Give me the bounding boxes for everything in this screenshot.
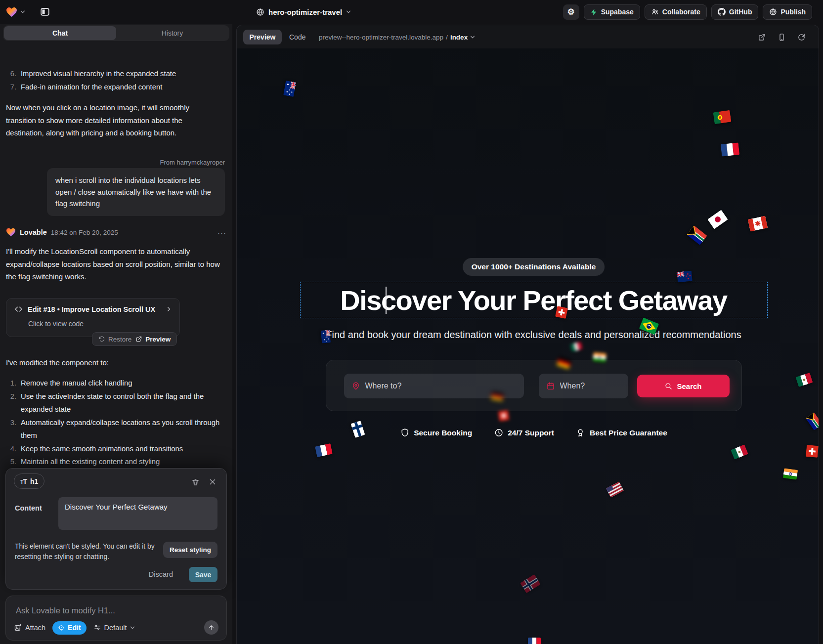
mobile-icon bbox=[778, 33, 786, 42]
supabase-label: Supabase bbox=[601, 8, 634, 16]
close-editor-button[interactable] bbox=[207, 476, 218, 487]
chevron-down-icon[interactable] bbox=[20, 9, 25, 14]
message-menu-button[interactable]: ··· bbox=[217, 228, 226, 237]
url-separator: / bbox=[446, 34, 448, 41]
edit-label: Edit bbox=[68, 624, 81, 632]
list-item: 4.Keep the same smooth animations and tr… bbox=[6, 442, 224, 456]
open-in-new-tab-button[interactable] bbox=[758, 33, 766, 42]
assistant-steps-list: 1.Remove the manual click handling2.Use … bbox=[6, 377, 224, 469]
edit-version-card[interactable]: Edit #18 • Improve Location Scroll UX Cl… bbox=[6, 298, 180, 337]
assistant-paragraph: I'll modify the LocationScroll component… bbox=[6, 245, 223, 283]
refresh-button[interactable] bbox=[797, 33, 806, 42]
search-bar: Search bbox=[326, 360, 742, 411]
list-item: 5.Maintain all the existing content and … bbox=[6, 455, 224, 469]
selected-heading-box[interactable]: Discover Your Perfect Getaway bbox=[300, 282, 768, 318]
search-button[interactable]: Search bbox=[637, 375, 730, 397]
github-icon bbox=[718, 8, 726, 16]
chevron-right-icon bbox=[165, 305, 173, 313]
element-tag-label: h1 bbox=[30, 477, 38, 485]
globe-icon bbox=[256, 8, 264, 16]
people-icon bbox=[651, 8, 659, 16]
assistant-paragraph: Now when you click on a location image, … bbox=[6, 101, 217, 139]
publish-button[interactable]: Publish bbox=[763, 4, 812, 20]
publish-globe-icon bbox=[769, 8, 777, 16]
type-icon: TT bbox=[20, 477, 27, 486]
preview-version-button[interactable]: Preview bbox=[135, 336, 171, 343]
reset-styling-button[interactable]: Reset styling bbox=[163, 542, 217, 558]
styling-note: This element can't be styled. You can ed… bbox=[15, 541, 168, 562]
element-tag-pill[interactable]: TT h1 bbox=[14, 473, 44, 489]
chat-input[interactable] bbox=[16, 604, 217, 617]
shield-icon bbox=[400, 428, 409, 437]
tab-chat[interactable]: Chat bbox=[4, 26, 116, 40]
list-item: 1.Remove the manual click handling bbox=[6, 377, 224, 390]
hero-title: Discover Your Perfect Getaway bbox=[340, 284, 727, 316]
target-icon bbox=[58, 624, 65, 631]
attach-button[interactable]: Attach bbox=[14, 624, 45, 632]
settings-button[interactable]: ⚙ bbox=[563, 4, 579, 20]
sidebar-toggle-button[interactable] bbox=[37, 4, 53, 20]
trash-icon bbox=[191, 478, 200, 486]
when-input[interactable] bbox=[560, 382, 621, 390]
close-icon bbox=[209, 478, 217, 486]
project-switcher[interactable]: hero-optimizer-travel bbox=[256, 0, 351, 24]
chat-composer: Attach Edit Default bbox=[5, 596, 227, 641]
user-message-bubble: when i scroll into the individual locati… bbox=[47, 168, 225, 216]
send-button[interactable] bbox=[204, 620, 218, 635]
external-link-icon bbox=[758, 33, 766, 42]
chat-history-tabs: Chat History bbox=[3, 25, 229, 41]
project-name: hero-optimizer-travel bbox=[268, 8, 342, 16]
edit-mode-button[interactable]: Edit bbox=[52, 621, 86, 635]
content-label: Content bbox=[15, 504, 42, 512]
calendar-icon bbox=[546, 382, 555, 390]
publish-label: Publish bbox=[780, 8, 806, 16]
delete-element-button[interactable] bbox=[190, 476, 201, 487]
collaborate-button[interactable]: Collaborate bbox=[645, 4, 707, 20]
clock-icon bbox=[494, 428, 503, 437]
lovable-heart-icon bbox=[6, 228, 16, 237]
supabase-icon bbox=[590, 8, 598, 16]
assistant-header-row: Lovable 18:42 on Feb 20, 2025 ··· bbox=[6, 228, 226, 237]
where-input[interactable] bbox=[365, 382, 517, 390]
chevron-down-icon bbox=[346, 9, 351, 14]
lovable-heart-logo[interactable] bbox=[6, 7, 17, 17]
list-item: 6.Improved visual hierarchy in the expan… bbox=[6, 67, 223, 81]
feature-24-7-support: 24/7 Support bbox=[494, 428, 554, 437]
lovable-app: hero-optimizer-travel ⚙ Supabase Collabo… bbox=[0, 0, 823, 644]
mode-selector[interactable]: Default bbox=[93, 624, 135, 632]
collaborate-label: Collaborate bbox=[662, 8, 700, 16]
hero-subtitle: Find and book your dream destination wit… bbox=[287, 329, 781, 341]
chevron-down-icon bbox=[470, 35, 475, 40]
list-item: 7.Fade-in animation for the expanded con… bbox=[6, 81, 223, 94]
list-item: 2.Use the activeIndex state to control b… bbox=[6, 390, 224, 416]
preview-viewport: Over 1000+ Destinations Available Discov… bbox=[237, 48, 819, 644]
preview-url[interactable]: preview--hero-optimizer-travel.lovable.a… bbox=[319, 30, 475, 44]
restore-preview-pill: Restore Preview bbox=[92, 332, 177, 346]
chat-sidebar: Chat History 6.Improved visual hierarchy… bbox=[0, 24, 232, 644]
external-link-icon bbox=[135, 336, 142, 343]
attach-label: Attach bbox=[25, 624, 45, 632]
destinations-badge: Over 1000+ Destinations Available bbox=[463, 258, 605, 276]
discard-button[interactable]: Discard bbox=[149, 570, 173, 578]
tab-code[interactable]: Code bbox=[289, 30, 305, 44]
tab-preview[interactable]: Preview bbox=[243, 30, 282, 44]
code-icon bbox=[14, 305, 23, 313]
assistant-paragraph: I've modified the component to: bbox=[6, 356, 223, 369]
feature-best-price-guarantee: Best Price Guarantee bbox=[576, 428, 667, 437]
content-textarea[interactable]: Discover Your Perfect Getaway bbox=[58, 497, 217, 530]
github-button[interactable]: GitHub bbox=[711, 4, 759, 20]
preview-toolbar: Preview Code preview--hero-optimizer-tra… bbox=[237, 25, 819, 48]
mobile-view-button[interactable] bbox=[778, 33, 786, 42]
arrow-up-icon bbox=[208, 624, 215, 631]
assistant-list-top: 6.Improved visual hierarchy in the expan… bbox=[6, 67, 223, 93]
feature-badges: Secure Booking24/7 SupportBest Price Gua… bbox=[400, 428, 667, 437]
search-label: Search bbox=[677, 382, 701, 390]
assistant-name: Lovable bbox=[20, 228, 47, 236]
where-field[interactable] bbox=[344, 374, 524, 398]
restore-button[interactable]: Restore bbox=[98, 336, 131, 343]
supabase-button[interactable]: Supabase bbox=[584, 4, 640, 20]
mode-label: Default bbox=[104, 624, 127, 632]
when-field[interactable] bbox=[539, 374, 628, 398]
tab-history[interactable]: History bbox=[116, 26, 228, 40]
save-button[interactable]: Save bbox=[189, 567, 217, 582]
